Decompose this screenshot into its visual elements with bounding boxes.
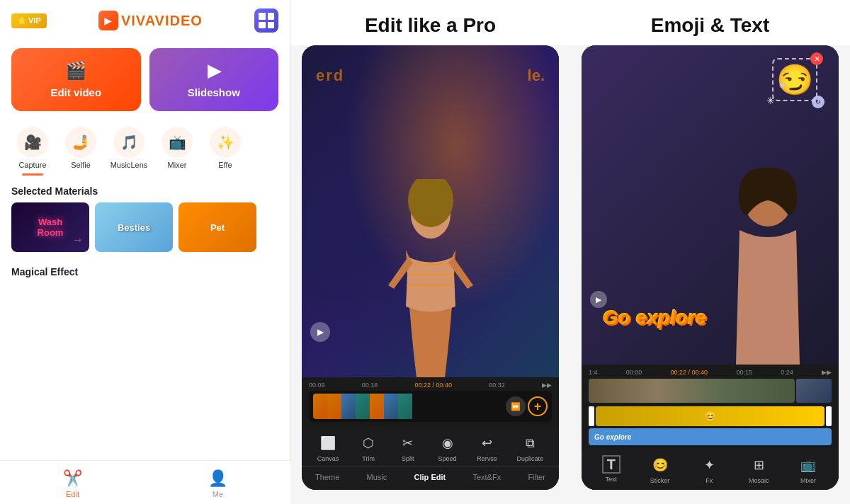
tool-musiclens[interactable]: 🎵 MusicLens	[108, 127, 150, 176]
toolbar-duplicate[interactable]: ⧉ Duplicate	[517, 433, 544, 462]
musiclens-label: MusicLens	[110, 161, 148, 169]
toolbar-trim[interactable]: ⬡ Trim	[358, 433, 378, 462]
edit-nav-label: Edit	[66, 490, 79, 498]
toolbar-split[interactable]: ✂ Split	[398, 433, 418, 462]
add-clip-button[interactable]: +	[528, 396, 548, 416]
duplicate-icon: ⧉	[520, 433, 540, 453]
right-bottom-toolbar: T Text 😊 Sticker ✦ Fx ⊞ Mosaic 📺 Mix	[582, 449, 839, 490]
nav-edit[interactable]: ✂️ Edit	[63, 469, 82, 498]
tool-effe[interactable]: ✨ Effe	[204, 127, 246, 176]
go-explore-track[interactable]: Go explore	[589, 428, 832, 445]
toolbar-canvas[interactable]: ⬜ Canvas	[317, 433, 339, 462]
magical-effect-title: Magical Effect	[0, 259, 290, 283]
selected-materials-title: Selected Materials	[0, 178, 290, 202]
close-emoji-button[interactable]: ✕	[810, 52, 823, 65]
me-nav-label: Me	[212, 490, 223, 498]
vip-badge[interactable]: ⭐ VIP	[11, 13, 47, 28]
emoji-handle-left[interactable]	[589, 406, 594, 426]
right-video-area: 😏 ✕ ↻ ✳ ◉ Go explore ▶	[582, 45, 839, 365]
emoji-track: 😊	[589, 406, 832, 427]
go-explore-overlay-text: Go explore	[603, 307, 706, 329]
canvas-icon: ⬜	[318, 433, 338, 453]
speed-label: Speed	[438, 455, 457, 462]
timeline-track: ⏩ +	[309, 391, 552, 422]
right-toolbar-mosaic[interactable]: ⊞ Mosaic	[749, 455, 769, 484]
toolbar-icons: ⬜ Canvas ⬡ Trim ✂ Split ◉ Speed ↩ Rerv	[302, 433, 559, 466]
right-clip-2[interactable]	[796, 379, 832, 403]
speed-icon: ◉	[438, 433, 458, 453]
edit-video-button[interactable]: 🎬 Edit video	[11, 48, 141, 111]
right-timeline-bar: 1:4 00:00 00:22 / 00:40 00:15 0:24 ▶▶ 😊	[582, 365, 839, 449]
right-video-bg: 😏 ✕ ↻ ✳ ◉ Go explore	[582, 45, 839, 365]
split-label: Split	[402, 455, 414, 462]
bottom-tabs: Theme Music Clip Edit Text&Fx Filter	[302, 466, 559, 486]
tab-textfx[interactable]: Text&Fx	[468, 471, 505, 483]
effe-icon: ✨	[210, 127, 241, 158]
right-toolbar-mixer[interactable]: 📺 Mixer	[798, 455, 818, 484]
right-toolbar-text[interactable]: T Text	[602, 455, 620, 484]
nav-me[interactable]: 👤 Me	[208, 469, 227, 498]
grid-icon[interactable]	[254, 8, 278, 33]
tool-selfie[interactable]: 🤳 Selfie	[60, 127, 102, 176]
rotate-handle[interactable]: ↻	[812, 96, 824, 108]
emoji-sticker-container[interactable]: 😏 ✕ ↻	[772, 58, 817, 101]
bg-text-2: le.	[528, 67, 545, 85]
fx-icon: ✦	[699, 455, 719, 475]
tab-theme[interactable]: Theme	[311, 471, 344, 483]
right-toolbar-fx[interactable]: ✦ Fx	[699, 455, 719, 484]
mixer-label: Mixer	[168, 161, 187, 169]
right-play-button[interactable]: ▶	[590, 291, 607, 308]
capture-icon: 🎥	[17, 127, 48, 158]
split-icon: ✂	[398, 433, 418, 453]
edit-nav-icon: ✂️	[63, 469, 82, 488]
toolbar-reverse[interactable]: ↩ Rervse	[477, 433, 497, 462]
toolbar-speed[interactable]: ◉ Speed	[438, 433, 458, 462]
play-button[interactable]: ▶	[310, 322, 330, 342]
mosaic-icon: ⊞	[749, 455, 769, 475]
middle-panel: Edit like a Pro	[290, 0, 570, 504]
material-wash-room[interactable]: WashRoom →	[11, 202, 89, 252]
left-panel: ⭐ VIP ▶ VIVAVIDEO 🎬 Edit video ▶ Slidesh…	[0, 0, 290, 504]
tool-mixer[interactable]: 📺 Mixer	[156, 127, 198, 176]
mosaic-label: Mosaic	[749, 477, 769, 484]
sticker-icon: 😊	[650, 455, 670, 475]
me-nav-icon: 👤	[208, 469, 227, 488]
tab-filter[interactable]: Filter	[523, 471, 549, 483]
materials-row: WashRoom → Besties Pet	[0, 202, 290, 252]
tab-clip-edit[interactable]: Clip Edit	[410, 471, 450, 483]
mixer-icon: 📺	[162, 127, 193, 158]
wash-room-label: WashRoom	[38, 217, 64, 238]
material-besties[interactable]: Besties	[95, 202, 173, 252]
besties-label: Besties	[118, 222, 150, 233]
emoji-handle-right[interactable]	[826, 406, 832, 426]
reverse-label: Rervse	[477, 455, 497, 462]
arrow-icon: →	[72, 234, 84, 246]
text-tool-icon: T	[602, 455, 620, 474]
sticker-label: Sticker	[650, 477, 670, 484]
action-buttons: 🎬 Edit video ▶ Slideshow	[0, 41, 290, 118]
deco-circle: ◉	[779, 81, 786, 88]
tool-capture[interactable]: 🎥 Capture	[11, 127, 54, 176]
deco-star-1: ✳	[766, 95, 775, 106]
emoji-segment[interactable]: 😊	[596, 406, 824, 426]
right-toolbar-sticker[interactable]: 😊 Sticker	[650, 455, 670, 484]
right-clip-1[interactable]	[589, 379, 795, 403]
material-pet[interactable]: Pet	[178, 202, 256, 252]
canvas-label: Canvas	[317, 455, 339, 462]
reverse-icon: ↩	[477, 433, 497, 453]
fast-forward-button[interactable]: ⏩	[506, 396, 526, 416]
app-header: ⭐ VIP ▶ VIVAVIDEO	[0, 0, 290, 41]
effe-label: Effe	[218, 161, 232, 169]
duplicate-label: Duplicate	[517, 455, 544, 462]
tab-music[interactable]: Music	[363, 471, 392, 483]
timeline-bar: 00:09 00:16 00:22 / 00:40 00:32 ▶▶ ⏩ +	[302, 377, 559, 426]
right-panel: Emoji & Text 😏 ✕ ↻	[570, 0, 850, 504]
slideshow-button[interactable]: ▶ Slideshow	[149, 48, 279, 111]
selfie-icon: 🤳	[65, 127, 96, 158]
right-timeline-track	[589, 378, 832, 403]
middle-phone-mockup: erd le. ▶ 00:09 00:16 00:22 / 00:40 00:3…	[302, 45, 559, 490]
slideshow-label: Slideshow	[188, 86, 240, 98]
trim-icon: ⬡	[358, 433, 378, 453]
go-explore-track-text: Go explore	[594, 433, 631, 441]
clip-1[interactable]	[313, 394, 504, 419]
